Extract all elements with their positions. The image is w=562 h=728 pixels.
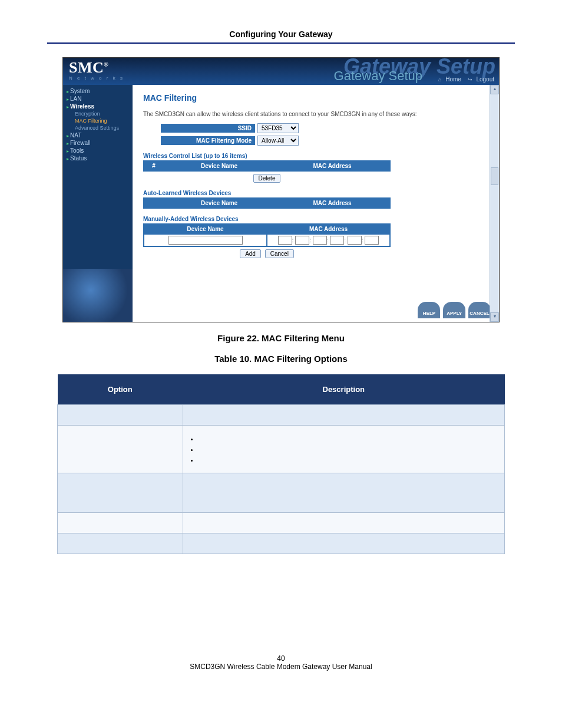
mac-address-inputs: : : : : : <box>267 235 389 246</box>
mac-seg-3[interactable] <box>313 236 327 245</box>
mac-seg-6[interactable] <box>365 236 379 245</box>
banner-links: ⌂ Home ↪ Logout <box>434 76 494 83</box>
footer-line: SMCD3GN Wireless Cable Modem Gateway Use… <box>47 663 515 671</box>
help-button[interactable]: HELP <box>418 302 440 318</box>
sidebar-item-advanced-settings[interactable]: Advanced Settings <box>67 124 133 131</box>
options-table: Option Description SSID MAC Filtering Mo… <box>57 374 505 554</box>
sidebar-item-status[interactable]: ▸Status <box>67 154 133 162</box>
page-footer: 40 SMCD3GN Wireless Cable Modem Gateway … <box>47 654 515 671</box>
mac-seg-2[interactable] <box>295 236 309 245</box>
page-header: Configuring Your Gateway <box>47 29 515 39</box>
sidebar-image <box>63 269 133 322</box>
sidebar-item-lan[interactable]: ▸LAN <box>67 95 133 103</box>
auto-title: Auto-Learned Wireless Devices <box>143 190 491 196</box>
sidebar: ▸System ▸LAN ▸Wireless Encryption MAC Fi… <box>63 85 133 322</box>
banner: SMC® N e t w o r k s Gateway Setup Gatew… <box>63 58 499 85</box>
logout-icon: ↪ <box>468 77 472 83</box>
mac-seg-1[interactable] <box>278 236 292 245</box>
ssid-select[interactable]: 53FD35 <box>257 123 299 133</box>
sidebar-item-system[interactable]: ▸System <box>67 87 133 95</box>
content-intro: The SMCD3GN can allow the wireless clien… <box>143 111 491 117</box>
opt-row-mode: MAC Filtering Mode <box>58 426 505 473</box>
scroll-up-icon[interactable]: ▴ <box>490 85 499 94</box>
manual-table: Device Name MAC Address : : : : : <box>143 223 391 247</box>
add-button[interactable]: Add <box>240 249 261 258</box>
logout-link[interactable]: ↪ Logout <box>465 76 494 83</box>
ssid-label: SSID <box>161 124 255 133</box>
auto-col-blank <box>144 199 163 207</box>
delete-button[interactable]: Delete <box>253 174 281 183</box>
router-screenshot: SMC® N e t w o r k s Gateway Setup Gatew… <box>62 57 500 322</box>
device-name-input[interactable] <box>168 236 243 245</box>
home-icon: ⌂ <box>438 77 441 83</box>
wcl-title: Wireless Control List (up to 16 items) <box>143 153 491 159</box>
home-link[interactable]: ⌂ Home <box>436 76 461 83</box>
opt-row-auto: Auto-Learned Wireless Devices <box>58 513 505 533</box>
mac-mode-label: MAC Filtering Mode <box>161 136 255 145</box>
wcl-col-num: # <box>144 162 163 170</box>
opt-bullet-1 <box>199 435 497 442</box>
big-buttons: HELP APPLY CANCEL <box>416 302 491 318</box>
sidebar-item-encryption[interactable]: Encryption <box>67 110 133 117</box>
apply-button[interactable]: APPLY <box>443 302 465 318</box>
opt-row-manual: Manually-Added Wireless Devices <box>58 533 505 554</box>
sidebar-item-wireless[interactable]: ▸Wireless <box>67 103 133 110</box>
banner-title: Gateway Setup <box>334 68 422 84</box>
logo-text: SMC <box>69 59 104 76</box>
mac-seg-4[interactable] <box>330 236 344 245</box>
content-heading: MAC Filtering <box>143 93 491 103</box>
mac-seg-5[interactable] <box>348 236 362 245</box>
manual-col-mac: MAC Address <box>267 225 389 233</box>
cancel-button[interactable]: CANCEL <box>468 302 491 318</box>
auto-col-device: Device Name <box>164 199 274 207</box>
sidebar-item-nat[interactable]: ▸NAT <box>67 131 133 139</box>
sidebar-item-firewall[interactable]: ▸Firewall <box>67 139 133 147</box>
footer-page-number: 40 <box>47 654 515 663</box>
opt-row-ssid: SSID <box>58 405 505 426</box>
table-caption: Table 10. MAC Filtering Options <box>47 354 515 364</box>
logo: SMC® <box>69 59 108 77</box>
sidebar-item-tools[interactable]: ▸Tools <box>67 147 133 154</box>
manual-title: Manually-Added Wireless Devices <box>143 216 491 222</box>
sidebar-item-mac-filtering[interactable]: MAC Filtering <box>67 117 133 124</box>
cancel-button-small[interactable]: Cancel <box>265 249 294 258</box>
scroll-thumb[interactable] <box>491 167 498 185</box>
wcl-col-device: Device Name <box>164 162 274 170</box>
header-rule <box>47 42 515 44</box>
logo-subtext: N e t w o r k s <box>69 75 124 81</box>
manual-col-device: Device Name <box>144 225 266 233</box>
opt-row-wcl: Wireless Control List (up to 16 items) <box>58 473 505 513</box>
auto-col-mac: MAC Address <box>275 199 389 207</box>
mac-mode-select[interactable]: Allow-All <box>257 136 299 146</box>
opt-bullet-2 <box>199 446 497 453</box>
logo-reg: ® <box>104 61 108 68</box>
content-pane: MAC Filtering The SMCD3GN can allow the … <box>133 85 499 322</box>
scroll-down-icon[interactable]: ▾ <box>490 312 499 322</box>
figure-caption: Figure 22. MAC Filtering Menu <box>47 333 515 343</box>
auto-table: Device Name MAC Address <box>143 197 391 209</box>
wcl-col-mac: MAC Address <box>275 162 389 170</box>
opt-head-desc: Description <box>183 374 504 405</box>
wcl-table: # Device Name MAC Address <box>143 160 391 172</box>
opt-bullet-3 <box>199 456 497 463</box>
scrollbar[interactable]: ▴ ▾ <box>490 85 499 322</box>
opt-head-option: Option <box>58 374 183 405</box>
